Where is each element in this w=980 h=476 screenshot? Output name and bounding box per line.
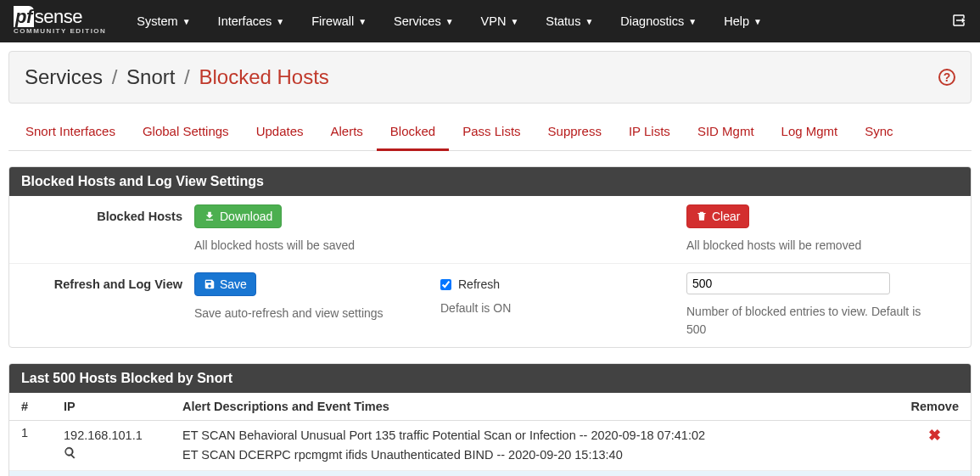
save-icon bbox=[204, 278, 216, 290]
save-help: Save auto-refresh and view settings bbox=[194, 305, 428, 322]
blocked-hosts-title: Last 500 Hosts Blocked by Snort bbox=[9, 364, 971, 393]
snort-tabs: Snort Interfaces Global Settings Updates… bbox=[8, 115, 972, 151]
cell-num: 1 bbox=[9, 421, 52, 471]
table-row: 1 192.168.101.1 ET SCAN Behavioral Unusu… bbox=[9, 421, 971, 471]
trash-icon bbox=[696, 210, 708, 222]
save-button[interactable]: Save bbox=[194, 272, 256, 296]
breadcrumb-services[interactable]: Services bbox=[25, 65, 103, 88]
remove-host-icon[interactable]: ✖ bbox=[928, 427, 941, 444]
col-remove: Remove bbox=[899, 393, 971, 421]
nav-help[interactable]: Help▼ bbox=[710, 0, 776, 42]
alert-line: ET SCAN Behavioral Unusual Port 135 traf… bbox=[182, 426, 888, 445]
tab-log-mgmt[interactable]: Log Mgmt bbox=[768, 115, 852, 151]
tab-global-settings[interactable]: Global Settings bbox=[129, 115, 243, 151]
nav-firewall[interactable]: Firewall▼ bbox=[298, 0, 380, 42]
tab-sid-mgmt[interactable]: SID Mgmt bbox=[684, 115, 768, 151]
label-refresh-log: Refresh and Log View bbox=[21, 272, 182, 291]
brand-subtitle: COMMUNITY EDITION bbox=[14, 28, 106, 35]
top-navbar: pfsense COMMUNITY EDITION System▼ Interf… bbox=[0, 0, 980, 42]
caret-icon: ▼ bbox=[358, 17, 367, 26]
entries-input[interactable] bbox=[686, 272, 890, 294]
brand-pf: pf bbox=[14, 6, 34, 27]
breadcrumb-snort[interactable]: Snort bbox=[126, 65, 175, 88]
nav-label: Status bbox=[546, 14, 580, 28]
caret-icon: ▼ bbox=[182, 17, 191, 26]
nav-vpn[interactable]: VPN▼ bbox=[468, 0, 533, 42]
row-refresh-log: Refresh and Log View Save Save auto-refr… bbox=[9, 264, 971, 347]
ip-address: 192.168.101.1 bbox=[64, 428, 143, 442]
nav-label: Firewall bbox=[311, 14, 354, 28]
tab-sync[interactable]: Sync bbox=[851, 115, 906, 151]
breadcrumb: Services / Snort / Blocked Hosts bbox=[25, 65, 329, 89]
nav-label: Diagnostics bbox=[620, 14, 684, 28]
alert-line: ET SCAN DCERPC rpcmgmt ifids Unauthentic… bbox=[182, 445, 888, 465]
save-button-label: Save bbox=[220, 277, 247, 291]
clear-button[interactable]: Clear bbox=[686, 204, 749, 228]
page-header: Services / Snort / Blocked Hosts ? bbox=[8, 51, 972, 104]
nav-status[interactable]: Status▼ bbox=[532, 0, 607, 42]
cell-alerts: ET SCAN Behavioral Unusual Port 135 traf… bbox=[171, 421, 899, 471]
cell-remove: ✖ bbox=[899, 421, 971, 471]
nav-services[interactable]: Services▼ bbox=[380, 0, 468, 42]
tab-ip-lists[interactable]: IP Lists bbox=[615, 115, 684, 151]
caret-icon: ▼ bbox=[276, 17, 284, 26]
tab-alerts[interactable]: Alerts bbox=[317, 115, 377, 151]
caret-icon: ▼ bbox=[510, 17, 518, 26]
nav-diagnostics[interactable]: Diagnostics▼ bbox=[607, 0, 710, 42]
download-button-label: Download bbox=[220, 210, 272, 223]
nav-system[interactable]: System▼ bbox=[123, 0, 204, 42]
tab-blocked[interactable]: Blocked bbox=[377, 115, 449, 151]
col-num: # bbox=[9, 393, 52, 421]
breadcrumb-current: Blocked Hosts bbox=[199, 65, 328, 88]
tab-snort-interfaces[interactable]: Snort Interfaces bbox=[12, 115, 129, 151]
clear-button-label: Clear bbox=[712, 210, 740, 223]
download-button[interactable]: Download bbox=[194, 204, 282, 228]
col-desc: Alert Descriptions and Event Times bbox=[171, 393, 899, 421]
clear-help: All blocked hosts will be removed bbox=[686, 237, 929, 255]
brand-sense: sense bbox=[35, 6, 82, 27]
refresh-help: Default is ON bbox=[440, 300, 675, 317]
help-icon[interactable]: ? bbox=[938, 69, 955, 86]
brand-logo[interactable]: pfsense COMMUNITY EDITION bbox=[14, 8, 106, 35]
nav-label: System bbox=[137, 14, 177, 28]
nav-label: VPN bbox=[481, 14, 507, 28]
logout-icon[interactable] bbox=[951, 13, 966, 31]
nav-items: System▼ Interfaces▼ Firewall▼ Services▼ … bbox=[123, 0, 951, 42]
entries-help: Number of blocked entries to view. Defau… bbox=[686, 303, 929, 339]
nav-label: Services bbox=[394, 14, 441, 28]
nav-interfaces[interactable]: Interfaces▼ bbox=[204, 0, 299, 42]
settings-panel-title: Blocked Hosts and Log View Settings bbox=[9, 167, 971, 196]
settings-panel: Blocked Hosts and Log View Settings Bloc… bbox=[8, 166, 972, 348]
tab-pass-lists[interactable]: Pass Lists bbox=[449, 115, 534, 151]
download-help: All blocked hosts will be saved bbox=[194, 237, 428, 255]
lookup-icon[interactable] bbox=[64, 448, 76, 462]
caret-icon: ▼ bbox=[585, 17, 593, 26]
refresh-checkbox-label: Refresh bbox=[458, 277, 500, 291]
cell-ip: 192.168.101.1 bbox=[52, 421, 171, 471]
caret-icon: ▼ bbox=[445, 17, 454, 26]
refresh-checkbox[interactable] bbox=[440, 279, 451, 290]
tab-updates[interactable]: Updates bbox=[243, 115, 317, 151]
col-ip: IP bbox=[52, 393, 171, 421]
download-icon bbox=[204, 210, 216, 222]
label-blocked-hosts: Blocked Hosts bbox=[21, 204, 182, 223]
row-blocked-hosts: Blocked Hosts Download All blocked hosts… bbox=[9, 196, 971, 264]
main-container: Services / Snort / Blocked Hosts ? Snort… bbox=[0, 42, 980, 476]
nav-label: Interfaces bbox=[218, 14, 272, 28]
status-message: 1 host IP address is currently being blo… bbox=[9, 471, 971, 476]
tab-suppress[interactable]: Suppress bbox=[535, 115, 615, 151]
nav-right bbox=[951, 13, 966, 31]
blocked-hosts-panel: Last 500 Hosts Blocked by Snort # IP Ale… bbox=[8, 363, 972, 476]
caret-icon: ▼ bbox=[688, 17, 697, 26]
caret-icon: ▼ bbox=[753, 17, 762, 26]
nav-label: Help bbox=[724, 14, 749, 28]
breadcrumb-sep: / bbox=[112, 65, 118, 88]
status-row: 1 host IP address is currently being blo… bbox=[9, 471, 971, 476]
breadcrumb-sep: / bbox=[184, 65, 190, 88]
blocked-hosts-table: # IP Alert Descriptions and Event Times … bbox=[9, 393, 971, 476]
